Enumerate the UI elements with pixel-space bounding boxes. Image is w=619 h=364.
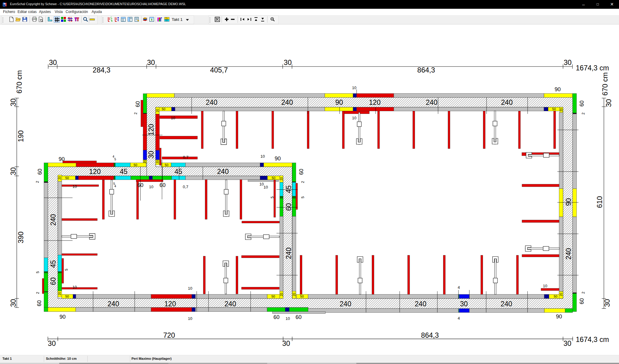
svg-text:10: 10 — [261, 154, 265, 159]
svg-text:30: 30 — [605, 99, 613, 107]
svg-text:10: 10 — [264, 185, 268, 189]
svg-text:45: 45 — [120, 168, 128, 176]
svg-text:2: 2 — [134, 112, 138, 114]
svg-text:5: 5 — [64, 269, 69, 271]
svg-text:120: 120 — [369, 98, 381, 106]
svg-text:240: 240 — [501, 98, 513, 106]
svg-text:240: 240 — [281, 98, 293, 106]
svg-text:20: 20 — [560, 108, 563, 112]
svg-text:50: 50 — [271, 295, 275, 298]
svg-text:20: 20 — [156, 109, 159, 112]
svg-text:20: 20 — [58, 176, 61, 180]
svg-text:4: 4 — [458, 285, 460, 290]
svg-text:90: 90 — [555, 86, 561, 92]
svg-text:1674,3 cm: 1674,3 cm — [576, 336, 609, 343]
svg-text:30: 30 — [9, 167, 17, 175]
svg-text:720: 720 — [163, 331, 175, 339]
svg-text:30: 30 — [9, 98, 17, 106]
svg-text:240: 240 — [285, 247, 293, 259]
svg-text:60: 60 — [135, 101, 141, 107]
svg-text:10: 10 — [543, 284, 547, 288]
svg-text:30: 30 — [147, 151, 155, 159]
svg-text:20: 20 — [143, 160, 147, 163]
svg-text:390: 390 — [17, 231, 25, 243]
svg-text:670 cm: 670 cm — [601, 72, 609, 95]
svg-text:30: 30 — [48, 340, 56, 347]
svg-text:2: 2 — [582, 112, 586, 114]
svg-text:60: 60 — [296, 314, 302, 320]
svg-text:5: 5 — [36, 271, 40, 273]
svg-text:45: 45 — [174, 168, 182, 176]
svg-text:45: 45 — [49, 260, 57, 268]
svg-text:30: 30 — [9, 299, 17, 307]
svg-text:60: 60 — [274, 314, 280, 320]
svg-text:240: 240 — [49, 214, 57, 226]
svg-text:5: 5 — [301, 196, 305, 198]
svg-text:45: 45 — [285, 185, 293, 193]
svg-text:5: 5 — [270, 196, 274, 198]
svg-text:60: 60 — [579, 101, 585, 107]
svg-text:60: 60 — [285, 203, 293, 211]
svg-text:20: 20 — [156, 160, 159, 164]
svg-text:10: 10 — [352, 116, 356, 120]
svg-text:4: 4 — [458, 316, 460, 321]
svg-text:60: 60 — [49, 277, 57, 285]
svg-text:60: 60 — [137, 182, 143, 188]
svg-text:240: 240 — [108, 300, 119, 308]
svg-text:90: 90 — [335, 98, 343, 106]
svg-text:30: 30 — [282, 340, 290, 347]
svg-text:10: 10 — [171, 116, 175, 120]
svg-text:2: 2 — [36, 292, 40, 294]
svg-text:864,3: 864,3 — [421, 331, 439, 339]
svg-text:T1: T1 — [165, 17, 168, 19]
svg-text:50: 50 — [162, 107, 165, 111]
svg-text:240: 240 — [340, 300, 351, 308]
svg-text:90: 90 — [59, 156, 65, 162]
svg-text:T2: T2 — [165, 19, 168, 21]
svg-text:10: 10 — [286, 316, 290, 321]
svg-text:30: 30 — [563, 340, 571, 347]
svg-text:50: 50 — [65, 176, 69, 180]
svg-text:20: 20 — [58, 292, 61, 295]
svg-text:90: 90 — [556, 314, 562, 320]
svg-text:$: $ — [151, 18, 152, 21]
svg-text:0,7: 0,7 — [183, 155, 188, 159]
svg-text:30: 30 — [460, 300, 468, 308]
svg-text:405,7: 405,7 — [210, 66, 228, 74]
svg-text:120: 120 — [89, 168, 101, 176]
svg-text:50: 50 — [134, 163, 137, 167]
svg-text:10: 10 — [73, 184, 77, 189]
svg-text:10: 10 — [259, 182, 264, 186]
svg-text:240: 240 — [415, 300, 426, 308]
svg-text:120: 120 — [147, 124, 155, 135]
svg-text:120: 120 — [164, 300, 176, 308]
svg-text:90: 90 — [275, 156, 281, 162]
svg-text:60: 60 — [36, 300, 42, 306]
svg-text:20: 20 — [293, 293, 296, 296]
svg-text:50: 50 — [554, 295, 557, 298]
svg-text:10: 10 — [352, 85, 356, 90]
svg-text:50: 50 — [165, 163, 168, 167]
svg-text:20: 20 — [280, 177, 283, 181]
svg-text:240: 240 — [501, 300, 512, 308]
svg-text:30: 30 — [564, 59, 572, 66]
svg-text:610: 610 — [596, 196, 604, 208]
svg-text:60: 60 — [579, 298, 585, 304]
svg-text:284,3: 284,3 — [93, 66, 111, 74]
svg-text:240: 240 — [225, 300, 236, 308]
svg-text:30: 30 — [284, 59, 292, 66]
svg-text:4: 4 — [115, 185, 116, 188]
svg-text:1674,3 cm: 1674,3 cm — [576, 64, 609, 72]
svg-text:240: 240 — [217, 168, 228, 176]
svg-text:90: 90 — [60, 314, 66, 320]
svg-text:90: 90 — [565, 198, 573, 206]
svg-text:10: 10 — [188, 286, 192, 291]
svg-text:50: 50 — [552, 107, 556, 111]
svg-text:240: 240 — [565, 248, 573, 259]
svg-text:30: 30 — [603, 299, 611, 307]
svg-text:30: 30 — [49, 59, 57, 66]
svg-text:50: 50 — [272, 176, 275, 180]
svg-text:60: 60 — [37, 169, 43, 175]
svg-text:190: 190 — [17, 130, 25, 142]
svg-text:240: 240 — [206, 98, 217, 106]
